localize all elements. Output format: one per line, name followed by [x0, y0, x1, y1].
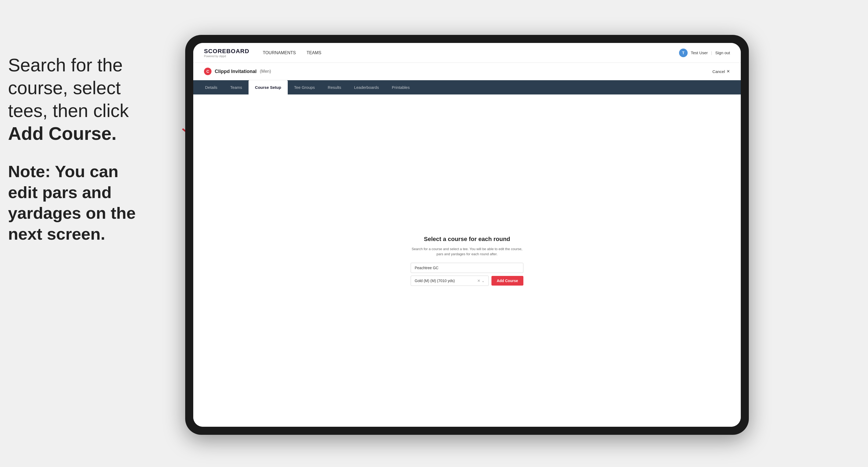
- instruction-line3: tees, then click: [8, 100, 129, 121]
- instruction-text: Search for the course, select tees, then…: [8, 54, 164, 145]
- note-text: Note: You can edit pars and yardages on …: [8, 161, 164, 244]
- navbar-right: T Test User | Sign out: [679, 49, 730, 57]
- tab-leaderboards[interactable]: Leaderboards: [348, 80, 385, 94]
- pipe-divider: |: [711, 51, 712, 55]
- tournament-gender: (Men): [260, 69, 271, 74]
- instruction-line1: Search for the: [8, 55, 123, 75]
- tee-select-value: Gold (M) (M) (7010 yds): [415, 279, 455, 283]
- tab-printables[interactable]: Printables: [385, 80, 416, 94]
- logo-area: SCOREBOARD Powered by clippd: [204, 48, 249, 58]
- logo-text: SCOREBOARD: [204, 48, 249, 55]
- instruction-panel: Search for the course, select tees, then…: [8, 54, 164, 244]
- nav-tournaments[interactable]: TOURNAMENTS: [263, 51, 296, 55]
- clear-icon[interactable]: ✕: [477, 279, 480, 283]
- tablet-screen: SCOREBOARD Powered by clippd TOURNAMENTS…: [193, 43, 741, 427]
- tab-tee-groups[interactable]: Tee Groups: [288, 80, 321, 94]
- tab-teams[interactable]: Teams: [224, 80, 249, 94]
- tournament-icon: C: [204, 68, 212, 75]
- user-name: Test User: [691, 51, 708, 55]
- card-title: Select a course for each round: [411, 236, 523, 243]
- chevron-icon[interactable]: ⌄: [482, 279, 485, 283]
- note-line3: yardages on the: [8, 204, 135, 222]
- main-content: Select a course for each round Search fo…: [193, 94, 741, 427]
- tee-select-row: Gold (M) (M) (7010 yds) ✕ ⌄ Add Course: [411, 276, 523, 286]
- tab-results[interactable]: Results: [321, 80, 348, 94]
- tournament-name: Clippd Invitational: [215, 69, 256, 74]
- tab-course-setup[interactable]: Course Setup: [249, 80, 288, 94]
- instruction-highlight: Add Course.: [8, 123, 117, 144]
- course-search-input[interactable]: [411, 263, 523, 273]
- user-avatar: T: [679, 49, 688, 57]
- navbar: SCOREBOARD Powered by clippd TOURNAMENTS…: [193, 43, 741, 63]
- card-subtitle: Search for a course and select a tee. Yo…: [411, 246, 523, 257]
- tablet-frame: SCOREBOARD Powered by clippd TOURNAMENTS…: [185, 35, 749, 435]
- tournament-title-area: C Clippd Invitational (Men): [204, 68, 271, 75]
- tab-details[interactable]: Details: [198, 80, 224, 94]
- course-selector-card: Select a course for each round Search fo…: [411, 236, 523, 286]
- sign-out-link[interactable]: Sign out: [715, 51, 730, 55]
- add-course-button[interactable]: Add Course: [491, 276, 523, 286]
- note-line2: edit pars and: [8, 183, 112, 201]
- tee-select-controls: ✕ ⌄: [477, 279, 485, 283]
- note-line4: next screen.: [8, 225, 105, 243]
- navbar-left: SCOREBOARD Powered by clippd TOURNAMENTS…: [204, 48, 321, 58]
- tournament-header: C Clippd Invitational (Men) Cancel ✕: [193, 63, 741, 80]
- cancel-button[interactable]: Cancel ✕: [712, 69, 730, 74]
- note-line1: Note: You can: [8, 162, 118, 181]
- tab-navigation: Details Teams Course Setup Tee Groups Re…: [193, 80, 741, 94]
- nav-teams[interactable]: TEAMS: [307, 51, 321, 55]
- logo-sub: Powered by clippd: [204, 55, 249, 58]
- instruction-line2: course, select: [8, 77, 121, 98]
- nav-links: TOURNAMENTS TEAMS: [263, 51, 321, 55]
- tee-select[interactable]: Gold (M) (M) (7010 yds) ✕ ⌄: [411, 276, 489, 286]
